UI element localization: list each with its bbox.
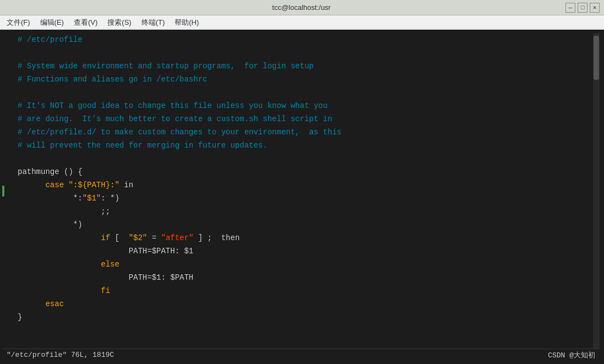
code-content: # /etc/profile # System wide environment… <box>18 33 600 337</box>
terminal-area[interactable]: # /etc/profile # System wide environment… <box>0 30 604 364</box>
menubar: 文件(F) 编辑(E) 查看(V) 搜索(S) 终端(T) 帮助(H) <box>0 15 604 30</box>
left-indicator <box>2 186 4 197</box>
scrollbar-thumb[interactable] <box>594 36 599 80</box>
titlebar-title: tcc@localhost:/usr <box>37 3 565 12</box>
menu-search[interactable]: 搜索(S) <box>103 17 135 29</box>
maximize-button[interactable]: □ <box>578 3 587 13</box>
minimize-button[interactable]: — <box>565 3 575 13</box>
statusbar-left: "/etc/profile" 76L, 1819C <box>7 351 114 359</box>
scrollbar[interactable] <box>593 33 600 349</box>
window-controls[interactable]: — □ ✕ <box>565 3 600 13</box>
menu-view[interactable]: 查看(V) <box>69 17 102 29</box>
close-button[interactable]: ✕ <box>590 3 600 13</box>
menu-edit[interactable]: 编辑(E) <box>36 17 68 29</box>
statusbar: "/etc/profile" 76L, 1819C CSDN @大知初 <box>2 349 600 361</box>
code-area: # /etc/profile # System wide environment… <box>2 33 600 349</box>
menu-file[interactable]: 文件(F) <box>2 17 35 29</box>
menu-terminal[interactable]: 终端(T) <box>137 17 170 29</box>
menu-help[interactable]: 帮助(H) <box>170 17 203 29</box>
titlebar: tcc@localhost:/usr — □ ✕ <box>0 0 604 15</box>
statusbar-right: CSDN @大知初 <box>548 350 595 360</box>
